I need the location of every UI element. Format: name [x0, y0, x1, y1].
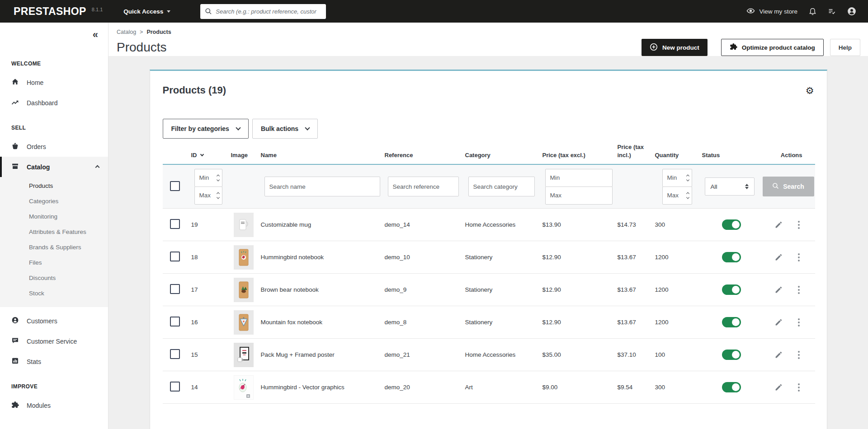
catalog-submenu: Products Categories Monitoring Attribute… [0, 177, 108, 307]
help-button[interactable]: Help [830, 39, 860, 56]
table-header-row: ID Image Name Reference Category Price (… [163, 139, 815, 165]
quick-access-menu[interactable]: Quick Access [123, 8, 170, 15]
edit-pencil-icon[interactable] [774, 318, 783, 326]
row-menu-icon[interactable] [796, 382, 802, 393]
row-checkbox[interactable] [170, 317, 180, 326]
search-reference-input[interactable] [388, 177, 459, 196]
table-row[interactable]: 14 Hummingbird - Vector graphics demo_20… [163, 371, 815, 404]
column-actions: Actions [757, 151, 815, 159]
basket-icon [11, 142, 19, 151]
row-checkbox[interactable] [170, 252, 180, 261]
row-checkbox[interactable] [170, 284, 180, 294]
column-id[interactable]: ID [188, 151, 228, 159]
row-menu-icon[interactable] [796, 219, 802, 231]
edit-pencil-icon[interactable] [774, 383, 783, 392]
edit-pencil-icon[interactable] [774, 253, 783, 261]
sidebar-subitem-stock[interactable]: Stock [0, 285, 108, 301]
sidebar-item-customer-service[interactable]: Customer Service [0, 331, 108, 351]
page-header: Catalog > Products Products New product … [108, 23, 868, 56]
spinner-icon[interactable] [687, 192, 689, 198]
bulk-actions-button[interactable]: Bulk actions [252, 119, 318, 139]
status-toggle[interactable] [722, 350, 741, 360]
select-all-checkbox[interactable] [170, 181, 180, 191]
quick-access-label: Quick Access [123, 8, 163, 15]
edit-pencil-icon[interactable] [774, 351, 783, 359]
sidebar-item-label: Modules [27, 402, 51, 409]
gear-icon[interactable]: ⚙ [806, 86, 814, 95]
price-max-input[interactable] [545, 187, 613, 205]
breadcrumb: Catalog > Products [117, 29, 860, 35]
status-toggle[interactable] [722, 284, 741, 295]
breadcrumb-catalog[interactable]: Catalog [117, 29, 136, 35]
price-min-input[interactable] [545, 169, 613, 187]
edit-pencil-icon[interactable] [774, 221, 783, 229]
mountain-fox-notebook-thumbnail [234, 310, 254, 335]
table-row[interactable]: 19 Customizable mug demo_14 Home Accesso… [163, 209, 815, 241]
table-search-button[interactable]: Search [763, 177, 814, 196]
header-buttons: New product Optimize product catalog Hel… [642, 39, 860, 56]
global-search [200, 4, 326, 19]
sidebar-item-catalog[interactable]: Catalog [0, 157, 108, 177]
sidebar-item-orders[interactable]: Orders [0, 136, 108, 157]
sidebar-subitem-categories[interactable]: Categories [0, 193, 108, 209]
table-row[interactable]: 18 Hummingbird notebook demo_10 Statione… [163, 241, 815, 274]
column-price-excl: Price (tax excl.) [539, 151, 614, 159]
status-toggle[interactable] [722, 219, 741, 230]
caret-down-icon [167, 10, 170, 13]
new-product-label: New product [662, 44, 699, 51]
spinner-icon[interactable] [217, 175, 219, 181]
account-icon[interactable] [847, 7, 856, 16]
row-menu-icon[interactable] [796, 284, 802, 296]
mug-thumbnail [234, 213, 254, 237]
sidebar-item-customers[interactable]: Customers [0, 311, 108, 331]
sidebar-subitem-files[interactable]: Files [0, 255, 108, 270]
search-input[interactable] [200, 4, 326, 19]
row-checkbox[interactable] [170, 349, 180, 359]
table-row[interactable]: 16 Mountain fox notebook demo_8 Statione… [163, 306, 815, 339]
products-table: ID Image Name Reference Category Price (… [163, 139, 815, 404]
view-my-store-link[interactable]: View my store [746, 7, 797, 16]
row-menu-icon[interactable] [796, 349, 802, 361]
puzzle-icon [11, 401, 19, 410]
content-area: Products (19) ⚙ Filter by categories Bul… [108, 56, 868, 429]
optimize-catalog-button[interactable]: Optimize product catalog [721, 39, 824, 56]
bell-icon[interactable] [809, 8, 816, 15]
status-toggle[interactable] [722, 317, 741, 327]
sidebar-item-modules[interactable]: Modules [0, 395, 108, 415]
new-product-button[interactable]: New product [642, 39, 708, 56]
sidebar-collapse-button[interactable]: « [93, 30, 98, 40]
row-checkbox[interactable] [170, 219, 180, 229]
spinner-icon[interactable] [687, 175, 689, 181]
cell-reference: demo_10 [382, 254, 462, 261]
home-icon [11, 78, 19, 87]
spinner-icon[interactable] [217, 192, 219, 198]
table-toolbar: Filter by categories Bulk actions [163, 119, 814, 139]
sidebar-item-dashboard[interactable]: Dashboard [0, 93, 108, 113]
cell-name: Hummingbird - Vector graphics [258, 384, 382, 391]
sidebar-item-home[interactable]: Home [0, 72, 108, 93]
table-row[interactable]: 15 Pack Mug + Framed poster demo_21 Home… [163, 339, 815, 371]
sidebar-subitem-discounts[interactable]: Discounts [0, 270, 108, 285]
sidebar-group-label: WELCOME [0, 61, 108, 72]
sidebar-subitem-products[interactable]: Products [0, 178, 108, 193]
sidebar-subitem-monitoring[interactable]: Monitoring [0, 209, 108, 224]
edit-pencil-icon[interactable] [774, 286, 783, 294]
status-toggle[interactable] [722, 382, 741, 392]
view-my-store-label: View my store [759, 8, 797, 15]
row-menu-icon[interactable] [796, 317, 802, 328]
row-checkbox[interactable] [170, 382, 180, 392]
row-menu-icon[interactable] [796, 252, 802, 263]
sidebar-subitem-brands-suppliers[interactable]: Brands & Suppliers [0, 239, 108, 255]
search-name-input[interactable] [264, 177, 380, 196]
status-select[interactable]: All [705, 177, 755, 196]
sidebar-subitem-attributes-features[interactable]: Attributes & Features [0, 224, 108, 239]
table-row[interactable]: 17 Brown bear notebook demo_9 Stationery… [163, 274, 815, 306]
hummingbird-notebook-thumbnail [234, 245, 254, 270]
search-category-input[interactable] [468, 177, 535, 196]
filter-by-categories-button[interactable]: Filter by categories [163, 119, 249, 139]
filter-by-categories-label: Filter by categories [171, 125, 229, 132]
list-check-icon[interactable] [828, 8, 836, 15]
status-toggle[interactable] [722, 252, 741, 262]
cell-category: Stationery [462, 254, 539, 261]
sidebar-item-stats[interactable]: Stats [0, 351, 108, 372]
